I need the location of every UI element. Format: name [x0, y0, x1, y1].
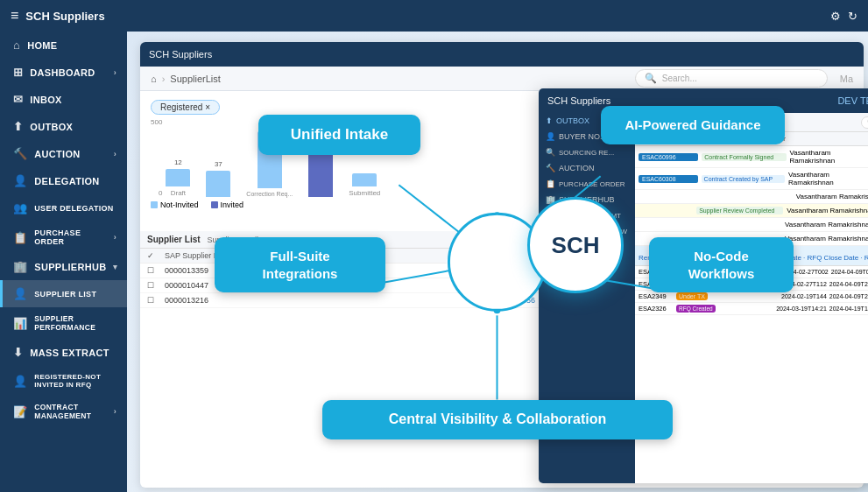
sidebar-item-mass-extract[interactable]: ⬇ MASS EXTRACT: [0, 339, 127, 366]
buyer-4: Vasantharam Ramakrishnan: [787, 207, 868, 214]
sidebar-item-dashboard[interactable]: ⊞ DASHBOARD ›: [0, 59, 127, 86]
sidebar: ⌂ HOME ⊞ DASHBOARD › ✉ INBOX ⬆ OUTBOX 🔨 …: [0, 32, 127, 492]
user-delegation-icon: 👥: [13, 201, 27, 214]
contract-row-1: ESAC60996 Contract Formally Signed Vasan…: [635, 146, 868, 168]
sch-logo: SCH: [527, 197, 624, 293]
sidebar-item-user-delegation[interactable]: 👥 USER DELEGATION: [0, 194, 127, 221]
rfq-open-3: 2024-02-19T144: [781, 293, 827, 299]
search-bar[interactable]: 🔍 Search...: [635, 69, 828, 88]
rfq-close-2: 2024-04-09T225500: [829, 281, 868, 287]
app-title: SCH Suppliers: [25, 10, 104, 23]
sidebar-label-contract: CONTRACT MANAGEMENT: [34, 403, 106, 420]
contract-row-4: Supplier Review Completed Vasantharam Ra…: [635, 204, 868, 218]
sidebar-item-home[interactable]: ⌂ HOME: [0, 32, 127, 59]
sidebar-item-supplier-performance[interactable]: 📊 SUPPLIER PERFORMANCE: [0, 307, 127, 339]
inner-sidebar-auction[interactable]: 🔨AUCTION: [539, 160, 635, 176]
content-area: SCH Suppliers ⌂ › SupplierList 🔍 Search.…: [127, 32, 868, 492]
sidebar-item-supplierhub[interactable]: 🏢 SUPPLIERHUB ▾: [0, 253, 127, 280]
bar-group-2: 37: [206, 160, 230, 197]
auction-icon: 🔨: [13, 147, 27, 160]
breadcrumb-supplierlist: SupplierList: [170, 74, 220, 84]
refresh-icon[interactable]: ↻: [848, 10, 857, 23]
legend-not-invited: Not-Invited: [151, 200, 199, 209]
dev-label: DEV TEST: [837, 95, 868, 106]
chevron-icon-4: ▾: [113, 263, 117, 271]
sch-logo-text: SCH: [552, 232, 600, 259]
top-bar: ≡ SCH Suppliers ⚙ ↻: [0, 0, 868, 32]
central-visibility-label: Central Visibility & Collaboration: [389, 411, 607, 426]
purchase-order-icon: 📋: [13, 231, 27, 244]
contract-status-2: Contract Created by SAP: [702, 175, 785, 183]
home-icon: ⌂: [13, 39, 20, 52]
bar-4: [308, 149, 333, 197]
unified-intake-box: Unified Intake: [258, 115, 420, 155]
rfq-close-3: 2024-04-09T225500: [829, 293, 868, 299]
sidebar-item-supplier-list[interactable]: 👤 SUPPLIER LIST: [0, 280, 127, 307]
chevron-icon-5: ›: [114, 407, 116, 416]
chevron-icon-2: ›: [114, 150, 116, 158]
sidebar-item-purchase-order[interactable]: 📋 PURCHASE ORDER ›: [0, 221, 127, 253]
sidebar-item-auction[interactable]: 🔨 AUCTION ›: [0, 140, 127, 167]
inbox-icon: ✉: [13, 93, 23, 106]
search-placeholder: Search...: [662, 74, 697, 83]
buyer-5: Vasantharam Ramakrishnan: [785, 221, 868, 228]
contract-icon: 📝: [13, 405, 27, 418]
buyer-1: Vasantharam Ramakrishnan: [790, 149, 868, 165]
breadcrumb-bar: ⌂ › SupplierList 🔍 Search... Ma: [140, 67, 864, 91]
sidebar-label-user-delegation: USER DELEGATION: [34, 204, 113, 213]
outbox-icon: ⬆: [13, 120, 23, 133]
hamburger-icon[interactable]: ≡: [11, 8, 18, 24]
search-icon: 🔍: [645, 73, 657, 84]
chevron-icon: ›: [114, 68, 116, 77]
inner-search[interactable]: 🔍 Search...: [861, 116, 868, 129]
rfq-id-3: ESA2349: [639, 292, 674, 300]
contract-row-2: ESAC60308 Contract Created by SAP Vasant…: [635, 168, 868, 190]
inner-sidebar-po[interactable]: 📋PURCHASE ORDER: [539, 176, 635, 192]
legend-label-1: Not-Invited: [160, 200, 199, 209]
checkbox-3[interactable]: ☐: [147, 296, 161, 305]
chevron-icon-3: ›: [114, 233, 116, 242]
rfq-id-4: ESA2326: [639, 305, 674, 313]
inner-sidebar-sourcing[interactable]: 🔍SOURCING RE...: [539, 144, 635, 160]
sidebar-label-registered: REGISTERED-NOT INVITED IN RFQ: [34, 373, 116, 389]
sidebar-label-mass-extract: MASS EXTRACT: [30, 348, 109, 358]
rfq-close-1: 2024-04-09T008:41: [831, 269, 868, 275]
sidebar-label-dashboard: DASHBOARD: [30, 67, 95, 78]
delegation-icon: 👤: [13, 174, 27, 187]
sidebar-label-supplier-list: SUPPLIER LIST: [34, 290, 96, 299]
sidebar-item-registered[interactable]: 👤 REGISTERED-NOT INVITED IN RFQ: [0, 366, 127, 396]
breadcrumb-sep: ›: [162, 74, 166, 84]
sidebar-item-contract[interactable]: 📝 CONTRACT MANAGEMENT ›: [0, 396, 127, 427]
main-layout: ⌂ HOME ⊞ DASHBOARD › ✉ INBOX ⬆ OUTBOX 🔨 …: [0, 32, 868, 492]
checkbox-header: ✓: [147, 251, 161, 260]
inner-app-title: SCH Suppliers: [149, 49, 212, 60]
central-visibility-box: Central Visibility & Collaboration: [322, 400, 673, 439]
contract-row-3: Vasantharam Ramakrishnan 403710: [635, 190, 868, 204]
legend-dot-2: [211, 201, 218, 208]
rfq-close-4: 2024-04-19T142335: [829, 306, 868, 312]
supplier-performance-icon: 📊: [13, 317, 27, 330]
rfq-row-4: ESA2326 RFQ Created 2024-03-19T14:21 202…: [635, 303, 868, 315]
breadcrumb-home: ⌂: [151, 74, 157, 84]
y-axis: 500 0: [151, 118, 166, 197]
sidebar-label-inbox: INBOX: [30, 95, 61, 105]
no-code-label: No-CodeWorkflows: [688, 249, 755, 281]
rfq-status-3: Under TX: [676, 292, 708, 300]
ai-powered-box: AI-Powered Guidance: [601, 106, 785, 144]
bar-1: [166, 169, 190, 186]
rfq-status-4: RFQ Created: [676, 305, 716, 313]
supplier-list-icon: 👤: [13, 287, 27, 300]
settings-icon[interactable]: ⚙: [830, 10, 841, 23]
checkbox-1[interactable]: ☐: [147, 266, 161, 275]
contract-status-4: Supplier Review Completed: [696, 207, 783, 214]
full-suite-box: Full-SuiteIntegrations: [215, 237, 385, 292]
checkbox-2[interactable]: ☐: [147, 281, 161, 290]
sidebar-label-supplier-performance: SUPPLIER PERFORMANCE: [34, 314, 116, 332]
sidebar-item-inbox[interactable]: ✉ INBOX: [0, 86, 127, 113]
registered-icon: 👤: [13, 375, 27, 388]
sidebar-item-delegation[interactable]: 👤 DELEGATION: [0, 167, 127, 194]
sidebar-label-purchase-order: PURCHASE ORDER: [34, 228, 106, 246]
sidebar-item-outbox[interactable]: ⬆ OUTBOX: [0, 113, 127, 140]
legend-dot-1: [151, 201, 158, 208]
no-code-box: No-CodeWorkflows: [649, 237, 794, 292]
